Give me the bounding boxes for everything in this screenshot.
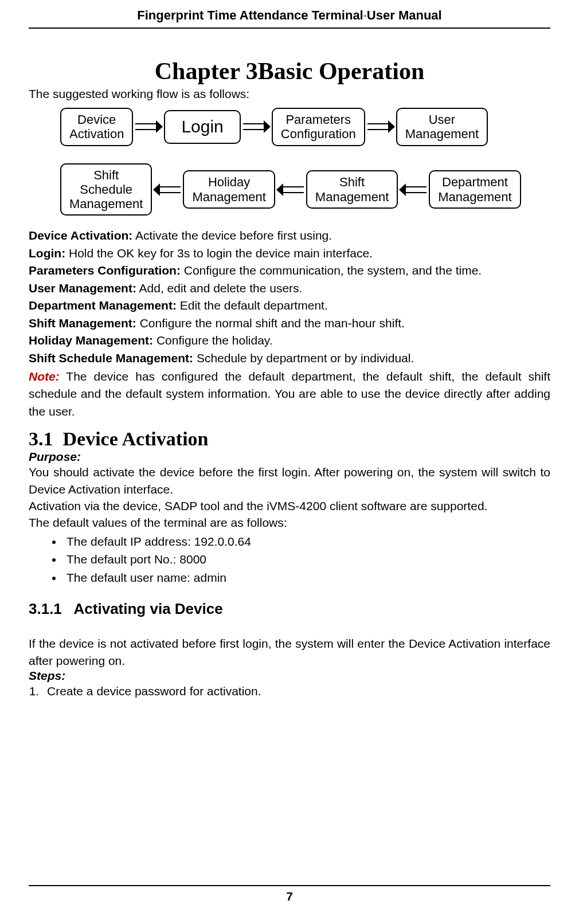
section-number: 3.1 [29,428,53,449]
arrow-left-icon [276,181,305,198]
svg-marker-11 [153,183,160,196]
arrow-right-icon [366,118,395,135]
steps-label: Steps: [29,669,550,683]
flow-box-user-management: User Management [396,108,488,146]
flow-row-1: Device Activation Login Parameters Confi… [60,108,519,146]
svg-marker-8 [388,120,395,133]
arrow-left-icon [153,181,182,198]
def-holiday-management: Holiday Management: Configure the holida… [29,332,550,349]
chapter-name: Basic Operation [258,58,425,84]
flow-box-shift-management: Shift Management [306,170,398,209]
svg-marker-14 [276,183,283,196]
def-user-management: User Management: Add, edit and delete th… [29,280,550,297]
arrow-right-icon [134,118,163,135]
flow-box-device-activation: Device Activation [60,108,133,146]
purpose-p3: The default values of the terminal are a… [29,514,550,531]
def-device-activation: Device Activation: Activate the device b… [29,227,550,244]
def-login: Login: Hold the OK key for 3s to login t… [29,245,550,262]
page-number: 7 [286,890,293,903]
header-doc: User Manual [367,8,442,22]
definitions-block: Device Activation: Activate the device b… [29,227,550,367]
flow-row-2: Shift Schedule Management Holiday Manage… [60,163,519,216]
page-footer: 7 [29,885,550,903]
svg-marker-2 [156,120,163,133]
note-label: Note: [29,370,60,383]
workflow-diagram: Device Activation Login Parameters Confi… [60,108,519,216]
step-1: Create a device password for activation. [42,683,550,699]
flow-box-login: Login [164,110,240,144]
section-heading: 3.1 Device Activation [29,428,550,450]
default-username: The default user name: admin [63,569,550,587]
flow-box-department-management: Department Management [429,170,521,209]
defaults-list: The default IP address: 192.0.0.64 The d… [63,533,550,587]
flow-box-parameters-config: Parameters Configuration [272,108,365,146]
steps-list: Create a device password for activation. [42,683,550,699]
note-text: The device has configured the default de… [29,370,550,418]
svg-marker-5 [264,120,271,133]
subsection-number: 3.1.1 [29,600,62,617]
intro-text: The suggested working flow is as follows… [29,87,550,101]
svg-marker-17 [399,183,406,196]
subsection-title: Activating via Device [74,600,223,617]
def-shift-schedule-management: Shift Schedule Management: Schedule by d… [29,350,550,367]
def-shift-management: Shift Management: Configure the normal s… [29,315,550,332]
chapter-title: Chapter 3Basic Operation [29,57,550,85]
default-ip: The default IP address: 192.0.0.64 [63,533,550,551]
default-port: The default port No.: 8000 [63,550,550,569]
flow-box-shift-schedule: Shift Schedule Management [60,163,152,216]
chapter-label: Chapter 3 [155,58,258,84]
subsection-heading: 3.1.1 Activating via Device [29,600,550,618]
subsection-body: If the device is not activated before fi… [29,635,550,669]
purpose-label: Purpose: [29,450,550,464]
purpose-p1: You should activate the device before th… [29,464,550,498]
flow-box-holiday-management: Holiday Management [183,170,275,209]
section-title: Device Activation [63,428,209,449]
def-parameters-config: Parameters Configuration: Configure the … [29,262,550,279]
header-product: Fingerprint Time Attendance Terminal [137,8,363,22]
page-header: Fingerprint Time Attendance Terminal·Use… [29,0,550,29]
def-department-management: Department Management: Edit the default … [29,297,550,314]
arrow-right-icon [242,118,271,135]
purpose-p2: Activation via the device, SADP tool and… [29,498,550,514]
note-block: Note: The device has configured the defa… [29,368,550,420]
arrow-left-icon [399,181,428,198]
